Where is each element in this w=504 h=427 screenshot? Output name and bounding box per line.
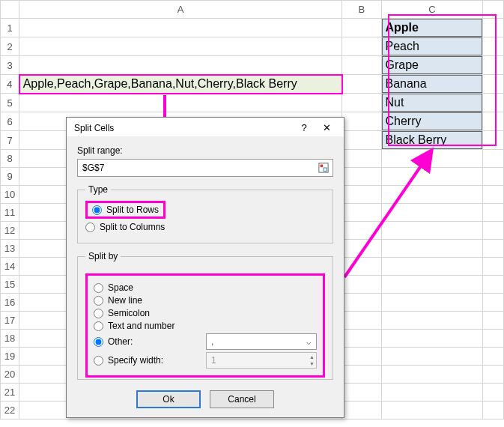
cell[interactable]: [483, 94, 504, 112]
row-header[interactable]: 18: [1, 330, 19, 348]
row-header[interactable]: 3: [1, 56, 19, 75]
cell[interactable]: [381, 276, 483, 294]
row-header[interactable]: 20: [1, 366, 19, 384]
cell[interactable]: [483, 204, 504, 222]
row-header[interactable]: 12: [1, 222, 19, 240]
row-header[interactable]: 2: [1, 37, 19, 56]
width-spinner[interactable]: 1 ▲▼: [206, 352, 317, 369]
cell[interactable]: [381, 204, 483, 222]
width-radio[interactable]: [94, 356, 103, 366]
cell[interactable]: [483, 366, 504, 384]
row-header[interactable]: 16: [1, 294, 19, 312]
cell[interactable]: [381, 348, 483, 366]
row-header[interactable]: 15: [1, 276, 19, 294]
semicolon-radio[interactable]: [94, 309, 103, 318]
cell[interactable]: [342, 384, 381, 402]
cell[interactable]: [342, 94, 381, 112]
cell[interactable]: [342, 402, 381, 420]
cell[interactable]: [483, 131, 504, 150]
cell[interactable]: [342, 131, 381, 150]
ok-button[interactable]: Ok: [136, 390, 201, 408]
row-header[interactable]: 19: [1, 348, 19, 366]
cell[interactable]: [342, 19, 381, 37]
cell[interactable]: Black Berry: [381, 131, 483, 150]
cell[interactable]: [342, 240, 381, 258]
split-range-input[interactable]: [78, 160, 315, 175]
cell[interactable]: Peach: [381, 37, 483, 56]
cell[interactable]: [483, 240, 504, 258]
split-to-rows-radio[interactable]: [92, 205, 102, 215]
cell[interactable]: [342, 258, 381, 276]
cell[interactable]: [483, 168, 504, 186]
cell[interactable]: [342, 56, 381, 75]
cell[interactable]: [342, 276, 381, 294]
cell[interactable]: [342, 330, 381, 348]
cell[interactable]: [342, 112, 381, 131]
row-header[interactable]: 9: [1, 168, 19, 186]
cell[interactable]: [483, 222, 504, 240]
cell[interactable]: [483, 37, 504, 56]
col-header-d[interactable]: [483, 1, 504, 19]
row-header[interactable]: 4: [1, 75, 19, 94]
cell[interactable]: [342, 186, 381, 204]
row-header[interactable]: 5: [1, 94, 19, 112]
cell[interactable]: [342, 294, 381, 312]
cell[interactable]: Banana: [381, 75, 483, 94]
cell[interactable]: Apple: [381, 19, 483, 37]
row-header[interactable]: 1: [1, 19, 19, 37]
cell[interactable]: [381, 366, 483, 384]
cell[interactable]: [483, 56, 504, 75]
row-header[interactable]: 21: [1, 384, 19, 402]
row-header[interactable]: 8: [1, 150, 19, 168]
cell[interactable]: [19, 19, 342, 37]
cell[interactable]: [483, 312, 504, 330]
col-header-b[interactable]: B: [342, 1, 381, 19]
row-header[interactable]: 10: [1, 186, 19, 204]
cell[interactable]: [342, 312, 381, 330]
cell[interactable]: [483, 19, 504, 37]
cell[interactable]: [342, 75, 381, 94]
cell[interactable]: [483, 112, 504, 131]
cell[interactable]: [483, 150, 504, 168]
cell[interactable]: [19, 37, 342, 56]
cell[interactable]: [483, 384, 504, 402]
row-header[interactable]: 11: [1, 204, 19, 222]
cell[interactable]: [381, 294, 483, 312]
cell[interactable]: [483, 276, 504, 294]
row-header[interactable]: 17: [1, 312, 19, 330]
cell[interactable]: [483, 186, 504, 204]
textnum-radio[interactable]: [94, 321, 103, 331]
cell[interactable]: Apple,Peach,Grape,Banana,Nut,Cherry,Blac…: [19, 75, 342, 94]
cell[interactable]: [381, 312, 483, 330]
cell[interactable]: [381, 186, 483, 204]
cell[interactable]: Cherry: [381, 112, 483, 131]
col-header-c[interactable]: C: [381, 1, 483, 19]
cell[interactable]: [342, 222, 381, 240]
row-header[interactable]: 13: [1, 240, 19, 258]
cell[interactable]: [483, 75, 504, 94]
cell[interactable]: [381, 384, 483, 402]
close-button[interactable]: ✕: [315, 122, 338, 133]
col-header-a[interactable]: A: [19, 1, 342, 19]
other-radio[interactable]: [94, 337, 103, 347]
cell[interactable]: [381, 240, 483, 258]
cell[interactable]: [381, 330, 483, 348]
corner-cell[interactable]: [1, 1, 19, 19]
other-combo[interactable]: , ⌵: [206, 333, 317, 350]
cell[interactable]: [483, 348, 504, 366]
spinner-buttons[interactable]: ▲▼: [309, 354, 315, 367]
row-header[interactable]: 6: [1, 112, 19, 131]
cell[interactable]: [19, 56, 342, 75]
row-header[interactable]: 14: [1, 258, 19, 276]
cell[interactable]: [483, 258, 504, 276]
cell[interactable]: [342, 150, 381, 168]
newline-radio[interactable]: [94, 296, 103, 306]
cell[interactable]: Nut: [381, 94, 483, 112]
cell[interactable]: [381, 168, 483, 186]
cell[interactable]: [381, 258, 483, 276]
cell[interactable]: [19, 94, 342, 112]
cell[interactable]: Grape: [381, 56, 483, 75]
cell[interactable]: [483, 294, 504, 312]
row-header[interactable]: 7: [1, 131, 19, 150]
help-button[interactable]: ?: [293, 122, 315, 133]
